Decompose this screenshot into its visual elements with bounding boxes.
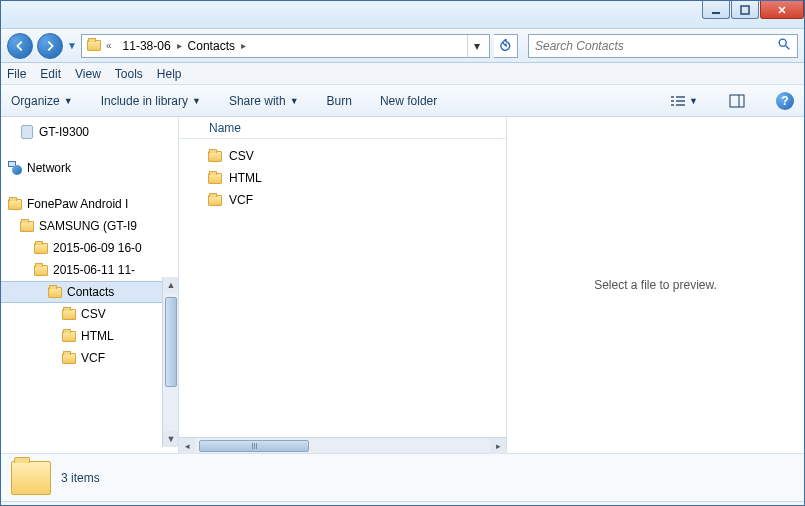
command-toolbar: Organize▼ Include in library▼ Share with…: [1, 85, 804, 117]
chevron-down-icon: ▼: [689, 96, 698, 106]
list-item[interactable]: HTML: [189, 167, 496, 189]
folder-icon: [7, 196, 23, 212]
search-icon[interactable]: [777, 37, 791, 54]
menu-help[interactable]: Help: [157, 67, 182, 81]
minimize-button[interactable]: [702, 1, 730, 19]
tree-label: 2015-06-09 16-0: [53, 241, 142, 255]
breadcrumb-seg-2[interactable]: Contacts: [186, 39, 237, 53]
scroll-left-arrow[interactable]: ◂: [179, 438, 195, 454]
svg-rect-0: [712, 12, 720, 14]
forward-button[interactable]: [37, 33, 63, 59]
new-folder-button[interactable]: New folder: [380, 94, 437, 108]
navigation-tree: GT-I9300 Network FonePaw Android I SAMSU…: [1, 117, 179, 453]
nav-history-dropdown[interactable]: ▼: [67, 40, 77, 51]
tree-label: CSV: [81, 307, 106, 321]
network-icon: [7, 160, 23, 176]
svg-rect-1: [741, 6, 749, 14]
folder-icon: [61, 306, 77, 322]
navigation-bar: ▼ « 11-38-06 ▸ Contacts ▸ ▾: [1, 29, 804, 63]
folder-icon: [207, 192, 223, 208]
scroll-thumb[interactable]: [165, 297, 177, 387]
tree-item-csv[interactable]: CSV: [1, 303, 178, 325]
search-box[interactable]: [528, 34, 798, 58]
menu-tools[interactable]: Tools: [115, 67, 143, 81]
preview-pane: Select a file to preview.: [507, 117, 804, 453]
svg-line-3: [786, 46, 790, 50]
folder-icon: [47, 284, 63, 300]
details-pane: 3 items: [1, 453, 804, 501]
share-label: Share with: [229, 94, 286, 108]
tree-label: Network: [27, 161, 71, 175]
file-list: CSV HTML VCF: [179, 139, 506, 437]
help-button[interactable]: ?: [776, 92, 794, 110]
burn-button[interactable]: Burn: [327, 94, 352, 108]
address-dropdown[interactable]: ▾: [467, 35, 485, 57]
list-item[interactable]: CSV: [189, 145, 496, 167]
tree-label: GT-I9300: [39, 125, 89, 139]
menu-bar: File Edit View Tools Help: [1, 63, 804, 85]
burn-label: Burn: [327, 94, 352, 108]
folder-icon: [33, 240, 49, 256]
chevron-down-icon: ▼: [290, 96, 299, 106]
main-content: GT-I9300 Network FonePaw Android I SAMSU…: [1, 117, 804, 453]
scroll-right-arrow[interactable]: ▸: [490, 438, 506, 454]
tree-vertical-scrollbar[interactable]: ▲ ▼: [162, 277, 178, 447]
tree-item-vcf[interactable]: VCF: [1, 347, 178, 369]
tree-item-app[interactable]: FonePaw Android I: [1, 193, 178, 215]
tree-item-samsung[interactable]: SAMSUNG (GT-I9: [1, 215, 178, 237]
folder-icon: [33, 262, 49, 278]
window-titlebar: [1, 1, 804, 29]
chevron-right-icon[interactable]: ▸: [174, 40, 185, 51]
list-item[interactable]: VCF: [189, 189, 496, 211]
device-icon: [19, 124, 35, 140]
tree-item-network[interactable]: Network: [1, 157, 178, 179]
chevron-down-icon: ▼: [192, 96, 201, 106]
maximize-button[interactable]: [731, 1, 759, 19]
folder-icon: [61, 350, 77, 366]
tree-label: VCF: [81, 351, 105, 365]
folder-icon: [61, 328, 77, 344]
breadcrumb-seg-1[interactable]: 11-38-06: [121, 39, 173, 53]
tree-item-device[interactable]: GT-I9300: [1, 121, 178, 143]
scroll-up-arrow[interactable]: ▲: [163, 277, 179, 293]
menu-view[interactable]: View: [75, 67, 101, 81]
preview-pane-toggle[interactable]: [726, 90, 748, 112]
share-with-button[interactable]: Share with▼: [229, 94, 299, 108]
help-icon: ?: [781, 94, 788, 108]
tree-item-contacts[interactable]: Contacts: [1, 281, 178, 303]
list-view-icon: [669, 94, 687, 108]
organize-button[interactable]: Organize▼: [11, 94, 73, 108]
scroll-down-arrow[interactable]: ▼: [163, 431, 179, 447]
column-header-name[interactable]: Name: [179, 117, 506, 139]
view-options-button[interactable]: ▼: [669, 94, 698, 108]
tree-item-date1[interactable]: 2015-06-09 16-0: [1, 237, 178, 259]
menu-file[interactable]: File: [7, 67, 26, 81]
svg-rect-10: [730, 95, 744, 107]
item-label: HTML: [229, 171, 262, 185]
chevron-down-icon: ▼: [64, 96, 73, 106]
scroll-thumb[interactable]: [199, 440, 309, 452]
tree-label: HTML: [81, 329, 114, 343]
breadcrumb-overflow[interactable]: «: [103, 40, 115, 51]
tree-label: SAMSUNG (GT-I9: [39, 219, 137, 233]
file-list-pane: Name CSV HTML VCF ◂ ▸: [179, 117, 507, 453]
details-summary: 3 items: [61, 471, 100, 485]
tree-label: FonePaw Android I: [27, 197, 128, 211]
list-horizontal-scrollbar[interactable]: ◂ ▸: [179, 437, 506, 453]
chevron-right-icon[interactable]: ▸: [238, 40, 249, 51]
tree-item-html[interactable]: HTML: [1, 325, 178, 347]
folder-icon: [86, 38, 102, 54]
address-breadcrumb[interactable]: « 11-38-06 ▸ Contacts ▸ ▾: [81, 34, 490, 58]
include-in-library-button[interactable]: Include in library▼: [101, 94, 201, 108]
tree-item-date2[interactable]: 2015-06-11 11-: [1, 259, 178, 281]
menu-edit[interactable]: Edit: [40, 67, 61, 81]
refresh-button[interactable]: [494, 34, 518, 58]
scroll-track[interactable]: [195, 438, 490, 454]
organize-label: Organize: [11, 94, 60, 108]
search-input[interactable]: [535, 39, 777, 53]
preview-placeholder: Select a file to preview.: [594, 278, 717, 292]
back-button[interactable]: [7, 33, 33, 59]
close-button[interactable]: [760, 1, 804, 19]
folder-icon: [19, 218, 35, 234]
folder-icon: [207, 170, 223, 186]
